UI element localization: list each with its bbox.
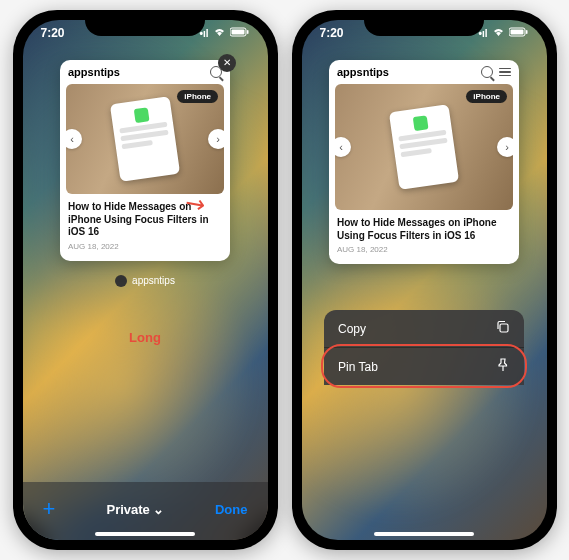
menu-item-copy[interactable]: Copy xyxy=(324,310,524,348)
tab-header: appsntips xyxy=(60,60,230,84)
search-icon[interactable] xyxy=(210,66,222,78)
article-thumbnail: iPhone ‹ › xyxy=(335,84,513,210)
tab-card[interactable]: ✕ appsntips iPhone ‹ › xyxy=(60,60,230,261)
menu-icon[interactable] xyxy=(499,68,511,77)
menu-item-label: Pin Tab xyxy=(338,360,378,374)
screen-right: 7:20 •ıl appsntips xyxy=(302,20,547,540)
menu-item-label: Copy xyxy=(338,322,366,336)
category-pill: iPhone xyxy=(466,90,507,103)
copy-icon xyxy=(496,320,510,337)
phone-right: 7:20 •ıl appsntips xyxy=(292,10,557,550)
next-arrow[interactable]: › xyxy=(497,137,513,157)
clock: 7:20 xyxy=(41,26,65,40)
site-name: appsntips xyxy=(337,66,389,78)
phone-left: 7:20 •ıl ✕ appsntips xyxy=(13,10,278,550)
menu-item-pin-tab[interactable]: Pin Tab xyxy=(324,348,524,385)
annotation-label: Long xyxy=(129,330,161,345)
svg-rect-4 xyxy=(510,30,523,35)
svg-rect-5 xyxy=(526,30,528,34)
notch xyxy=(85,10,205,36)
status-icons: •ıl xyxy=(199,26,249,40)
svg-rect-2 xyxy=(247,30,249,34)
tab-card[interactable]: appsntips iPhone ‹ › How to xyxy=(329,60,519,264)
tab-label-row: appsntips xyxy=(23,275,268,287)
site-name: appsntips xyxy=(68,66,120,78)
wifi-icon xyxy=(213,27,226,39)
category-pill: iPhone xyxy=(177,90,218,103)
thumbnail-device xyxy=(389,104,459,190)
svg-rect-6 xyxy=(500,324,508,332)
tab-label-text: appsntips xyxy=(132,275,175,286)
article-title: How to Hide Messages on iPhone Using Foc… xyxy=(68,201,222,239)
home-indicator[interactable] xyxy=(374,532,474,536)
screen-left: 7:20 •ıl ✕ appsntips xyxy=(23,20,268,540)
status-icons: •ıl xyxy=(478,26,528,40)
favicon-dot xyxy=(115,275,127,287)
prev-arrow[interactable]: ‹ xyxy=(66,129,82,149)
search-icon[interactable] xyxy=(481,66,493,78)
tab-header: appsntips xyxy=(329,60,519,84)
context-menu: Copy Pin Tab xyxy=(324,310,524,385)
article-thumbnail: iPhone ‹ › xyxy=(66,84,224,194)
article-date: AUG 18, 2022 xyxy=(68,242,222,251)
pin-icon xyxy=(496,358,510,375)
battery-icon xyxy=(230,27,250,39)
article-date: AUG 18, 2022 xyxy=(337,245,511,254)
prev-arrow[interactable]: ‹ xyxy=(335,137,351,157)
clock: 7:20 xyxy=(320,26,344,40)
svg-rect-1 xyxy=(231,30,244,35)
wifi-icon xyxy=(492,27,505,39)
article-title: How to Hide Messages on iPhone Using Foc… xyxy=(337,217,511,242)
next-arrow[interactable]: › xyxy=(208,129,224,149)
battery-icon xyxy=(509,27,529,39)
thumbnail-device xyxy=(110,96,180,182)
home-indicator[interactable] xyxy=(95,532,195,536)
notch xyxy=(364,10,484,36)
